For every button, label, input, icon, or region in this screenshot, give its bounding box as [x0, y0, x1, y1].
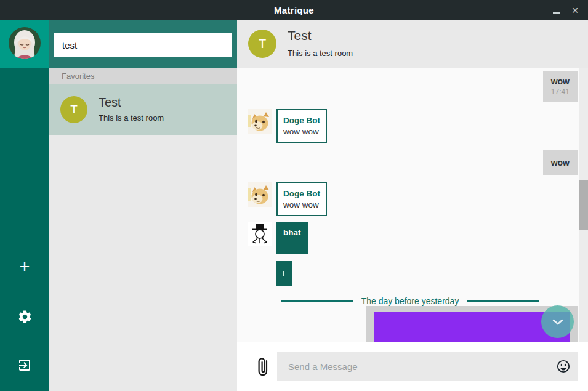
minimize-button[interactable] [549, 0, 565, 20]
message-bubble: Doge Bot wow wow [276, 109, 327, 143]
emoji-button[interactable] [556, 359, 571, 374]
bhat-avatar [248, 222, 272, 246]
doge-avatar-image [248, 182, 272, 207]
message-input[interactable] [277, 352, 578, 381]
bhat-avatar-image [248, 222, 272, 246]
message-row-self: bhat [248, 222, 588, 254]
window-title: Matrique [0, 0, 588, 20]
message-bubble: Doge Bot wow wow [276, 182, 327, 216]
scrollbar-thumb[interactable] [579, 180, 588, 230]
message-bubble: l [276, 261, 292, 286]
message-text: l [283, 268, 286, 279]
message-row-self: l [276, 261, 588, 286]
scrollbar-track[interactable] [579, 68, 588, 342]
message-row-image [237, 306, 578, 342]
divider-line [467, 300, 539, 302]
logout-button[interactable] [10, 350, 39, 380]
app-window: Matrique ✕ [0, 0, 588, 391]
message-text [283, 238, 301, 249]
scroll-to-bottom-button[interactable] [541, 305, 574, 338]
message-text: wow wow [283, 200, 320, 211]
titlebar: Matrique ✕ [0, 0, 588, 20]
left-rail: + [0, 20, 49, 391]
section-header-favorites: Favorites [49, 68, 237, 84]
attach-button[interactable] [256, 355, 269, 380]
chat-header: T Test This is a test room [237, 20, 588, 68]
chat-room-title: Test [288, 28, 312, 43]
composer [237, 342, 588, 391]
room-topic: This is a test room [99, 113, 164, 123]
add-room-button[interactable]: + [10, 253, 39, 283]
plus-icon: + [20, 258, 30, 276]
divider-label: The day before yesterday [361, 296, 459, 306]
search-header [49, 20, 237, 68]
message-bubble: bhat [276, 222, 308, 254]
rail-avatar-block [0, 20, 49, 68]
room-list-item-test[interactable]: T Test This is a test room [49, 84, 237, 135]
chat-room-subtitle: This is a test room [288, 49, 353, 58]
chevron-down-icon [552, 319, 563, 325]
room-name: Test [99, 95, 121, 110]
room-avatar: T [60, 96, 87, 123]
message-sender: Doge Bot [283, 115, 320, 126]
doge-bot-avatar [248, 109, 272, 134]
message-sender: Doge Bot [283, 188, 320, 200]
message-sender: bhat [283, 227, 301, 238]
message-text: wow [551, 76, 570, 87]
message-row-remote: wow [237, 150, 578, 175]
doge-avatar-image [248, 109, 272, 134]
divider-line [281, 300, 353, 302]
chat-room-avatar: T [248, 30, 276, 58]
message-text: wow [551, 157, 570, 168]
message-row-bot: Doge Bot wow wow [248, 109, 588, 143]
message-timestamp: 17:41 [551, 87, 570, 97]
message-row-bot: Doge Bot wow wow [248, 182, 588, 216]
paperclip-icon [256, 355, 269, 377]
gear-icon [17, 309, 33, 324]
room-list-panel: Favorites T Test This is a test room [49, 20, 237, 391]
close-button[interactable]: ✕ [567, 0, 583, 20]
close-icon: ✕ [571, 6, 579, 15]
message-field [277, 352, 578, 381]
doge-bot-avatar [248, 182, 272, 207]
exit-icon [17, 358, 32, 373]
search-input[interactable] [54, 33, 232, 57]
message-bubble: wow [543, 150, 578, 175]
smiley-icon [556, 359, 571, 374]
image-attachment[interactable] [374, 312, 570, 342]
user-avatar[interactable] [9, 27, 41, 59]
minimize-icon [553, 12, 560, 14]
settings-button[interactable] [10, 302, 39, 331]
message-text: wow wow [283, 126, 320, 137]
user-avatar-image [9, 27, 41, 59]
chat-panel: T Test This is a test room wow 17:41 [237, 20, 588, 391]
message-list: wow 17:41 Doge Bot wow wow wow [237, 68, 588, 342]
message-row-remote: wow 17:41 [237, 71, 578, 102]
message-bubble: wow 17:41 [543, 71, 578, 102]
day-divider: The day before yesterday [281, 296, 539, 306]
